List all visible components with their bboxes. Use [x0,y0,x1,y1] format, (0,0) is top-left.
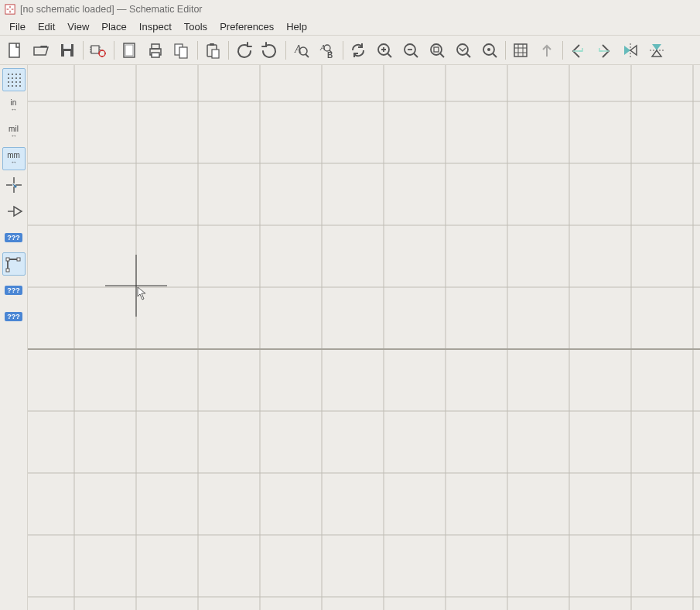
toolbar-left: in↔mil↔mm↔????????? [0,65,28,610]
hidden-pins-button[interactable] [2,200,26,223]
cursor-icon [5,176,23,194]
mirrorv-icon [647,41,666,60]
menu-help[interactable]: Help [280,19,313,34]
units-mil-button[interactable]: mil↔ [2,121,26,144]
units-in-button[interactable]: in↔ [2,94,26,118]
hier-icon [511,41,530,60]
zoom-obj-button[interactable] [450,37,476,63]
hidden-fields-c-button[interactable]: ??? [2,305,26,328]
mirror-v-button[interactable] [644,37,670,63]
menu-bar: File Edit View Place Inspect Tools Prefe… [0,19,700,36]
plot-button[interactable] [169,37,195,63]
paste-icon [203,41,222,60]
find-icon [292,41,310,60]
grid-dots-button[interactable] [2,68,26,91]
rotcw-icon [595,41,613,60]
print-icon [146,41,165,60]
menu-file[interactable]: File [3,19,32,34]
undo-icon [234,41,253,60]
page-settings-button[interactable] [116,37,142,63]
rotccw-icon [569,41,587,60]
pins-icon [5,202,23,221]
menu-place[interactable]: Place [95,19,133,34]
refresh-button[interactable] [345,37,371,63]
zoomobj-icon [454,41,473,60]
redo-button[interactable] [257,37,283,63]
menu-view[interactable]: View [61,19,95,34]
new-icon [5,41,24,60]
save-file-button[interactable] [54,37,80,63]
mirrorh-icon [621,41,640,60]
menu-preferences[interactable]: Preferences [213,19,280,34]
findrep-icon [318,41,336,60]
menu-edit[interactable]: Edit [32,19,61,34]
schematic-canvas[interactable] [28,65,700,610]
rotate-ccw-button[interactable] [565,37,591,63]
bbox-icon [5,255,23,273]
hidden-fields-a-button[interactable]: ??? [2,226,26,249]
full-crosshair-button[interactable] [2,173,26,197]
zoom-in-button[interactable] [371,37,398,63]
zoom-fit-button[interactable] [424,37,450,63]
leave-sheet-button [534,37,560,63]
paste-button[interactable] [200,37,226,63]
zoomsel-icon [480,41,499,60]
print-button[interactable] [142,37,169,63]
find-button[interactable] [288,37,314,63]
mirror-h-button[interactable] [617,37,644,63]
redo-icon [261,41,279,60]
hidden-fields-b-button[interactable]: ??? [2,279,26,302]
window-title: [no schematic loaded] — Schematic Editor [20,0,203,19]
hidden-field-tag-icon: ??? [5,286,22,295]
bounding-boxes-button[interactable] [2,252,26,276]
menu-tools[interactable]: Tools [178,19,213,34]
new-file-button[interactable] [2,37,28,63]
dots-icon [5,70,23,89]
hierarchy-button[interactable] [507,37,534,63]
zoomin-icon [375,41,394,60]
toolbar-top [0,36,700,65]
open-file-button[interactable] [28,37,54,63]
zoom-out-button[interactable] [398,37,424,63]
find-replace-button[interactable] [314,37,340,63]
refresh-icon [349,41,367,60]
page-icon [120,41,138,60]
rotate-cw-button[interactable] [591,37,617,63]
arrowup-icon [538,41,556,60]
title-bar: [no schematic loaded] — Schematic Editor [0,0,700,19]
undo-button[interactable] [230,37,257,63]
zoomfit-icon [428,41,446,60]
hidden-field-tag-icon: ??? [5,312,22,321]
schematic-setup-button[interactable] [85,37,111,63]
zoom-sel-button[interactable] [476,37,503,63]
open-icon [32,41,50,60]
zoomout-icon [401,41,420,60]
save-icon [58,41,77,60]
hidden-field-tag-icon: ??? [5,233,22,242]
units-mm-button[interactable]: mm↔ [2,147,26,170]
app-icon [5,4,15,15]
plot-icon [172,41,191,60]
gearcomp-icon [89,41,108,60]
menu-inspect[interactable]: Inspect [133,19,178,34]
